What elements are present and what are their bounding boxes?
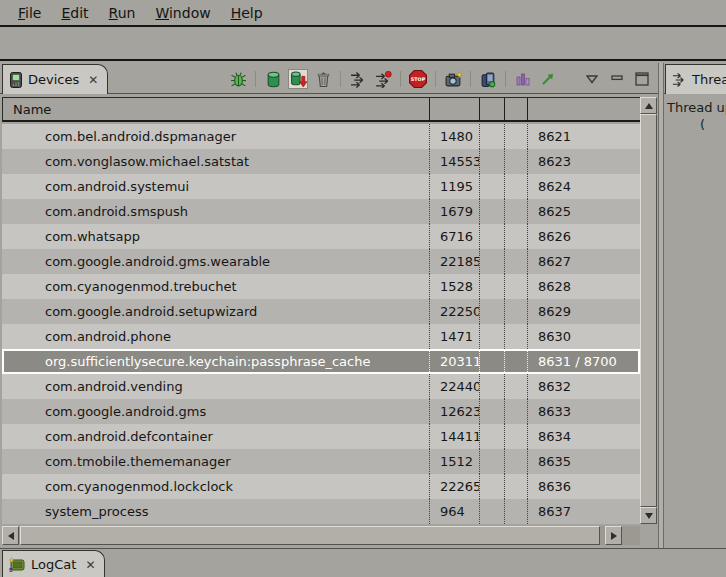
update-heap-icon[interactable] <box>263 69 283 89</box>
stop-process-icon[interactable]: STOP <box>408 69 428 89</box>
process-port: 8629 <box>527 299 640 324</box>
scroll-right-icon[interactable] <box>605 526 622 545</box>
scroll-down-icon[interactable] <box>640 507 657 524</box>
menu-help[interactable]: Help <box>221 3 273 23</box>
column-header-port[interactable] <box>527 98 640 120</box>
forward-arrow-icon[interactable] <box>538 69 558 89</box>
bottom-tabbar: LogCat ✕ <box>0 548 726 577</box>
process-name: com.android.systemui <box>2 174 429 199</box>
screen-capture-camera-icon[interactable] <box>443 69 463 89</box>
process-heap-cell <box>479 149 504 174</box>
table-row[interactable]: com.android.defcontainer 14411 8634 <box>2 424 640 449</box>
vertical-scrollbar-thumb[interactable] <box>640 114 657 507</box>
table-row[interactable]: com.cyanogenmod.lockclock 22265 8636 <box>2 474 640 499</box>
table-row[interactable]: com.android.phone 1471 8630 <box>2 324 640 349</box>
process-port: 8634 <box>527 424 640 449</box>
process-heap-cell <box>479 124 504 149</box>
process-threads-cell <box>504 149 527 174</box>
tab-threads-label: Threads <box>692 72 726 87</box>
table-header: Name <box>2 97 640 122</box>
process-heap-cell <box>479 349 504 374</box>
table-row[interactable]: com.whatsapp 6716 8626 <box>2 224 640 249</box>
update-threads-icon[interactable] <box>348 69 368 89</box>
threads-message-line1: Thread up <box>667 99 726 116</box>
scroll-up-icon[interactable] <box>640 97 657 114</box>
minimize-icon[interactable] <box>607 69 627 89</box>
table-row[interactable]: com.google.android.gms.wearable 22185 86… <box>2 249 640 274</box>
dump-hprof-icon[interactable] <box>288 69 308 89</box>
process-name: com.android.defcontainer <box>2 424 429 449</box>
threads-icon <box>672 72 687 87</box>
close-icon[interactable]: ✕ <box>85 558 95 572</box>
process-threads-cell <box>504 274 527 299</box>
vertical-scrollbar[interactable] <box>640 97 657 524</box>
horizontal-scrollbar[interactable] <box>2 526 640 545</box>
menu-window[interactable]: Window <box>145 3 220 23</box>
menu-file[interactable]: File <box>8 3 51 23</box>
main-toolbar <box>0 29 726 61</box>
process-heap-cell <box>479 199 504 224</box>
process-name: com.android.phone <box>2 324 429 349</box>
column-header-threads[interactable] <box>504 98 527 120</box>
process-port: 8630 <box>527 324 640 349</box>
table-row[interactable]: com.google.android.setupwizard 22250 862… <box>2 299 640 324</box>
table-row[interactable]: com.vonglasow.michael.satstat 14553 8623 <box>2 149 640 174</box>
tab-devices[interactable]: Devices ✕ <box>2 64 108 94</box>
process-threads-cell <box>504 374 527 399</box>
process-port: 8632 <box>527 374 640 399</box>
column-header-pid[interactable] <box>429 98 479 120</box>
process-port: 8633 <box>527 399 640 424</box>
process-threads-cell <box>504 324 527 349</box>
debug-bug-icon[interactable] <box>228 69 248 89</box>
process-pid: 22440 <box>429 374 479 399</box>
horizontal-scrollbar-thumb[interactable] <box>20 526 600 545</box>
process-threads-cell <box>504 199 527 224</box>
maximize-icon[interactable] <box>632 69 652 89</box>
table-row[interactable]: org.sufficientlysecure.keychain:passphra… <box>2 349 640 374</box>
column-header-name[interactable]: Name <box>3 98 429 120</box>
close-icon[interactable]: ✕ <box>88 73 98 87</box>
table-row[interactable]: com.google.android.gms 12623 8633 <box>2 399 640 424</box>
toolbar-separator <box>435 71 436 87</box>
process-pid: 6716 <box>429 224 479 249</box>
view-menu-icon[interactable] <box>582 69 602 89</box>
cause-gc-trash-icon[interactable] <box>313 69 333 89</box>
tab-threads[interactable]: Threads <box>665 64 726 94</box>
process-threads-cell <box>504 349 527 374</box>
method-profiling-icon[interactable] <box>373 69 393 89</box>
tab-devices-label: Devices <box>28 72 79 87</box>
process-pid: 14553 <box>429 149 479 174</box>
column-header-heap[interactable] <box>479 98 504 120</box>
process-name: com.vonglasow.michael.satstat <box>2 149 429 174</box>
table-row[interactable]: system_process 964 8637 <box>2 499 640 524</box>
devices-toolbar: STOP <box>228 66 652 92</box>
process-name: com.android.smspush <box>2 199 429 224</box>
process-heap-cell <box>479 474 504 499</box>
screen-record-icon[interactable] <box>478 69 498 89</box>
process-name: org.sufficientlysecure.keychain:passphra… <box>2 349 429 374</box>
menu-run[interactable]: Run <box>99 3 146 23</box>
table-row[interactable]: com.bel.android.dspmanager 1480 8621 <box>2 124 640 149</box>
process-threads-cell <box>504 124 527 149</box>
process-name: com.whatsapp <box>2 224 429 249</box>
process-heap-cell <box>479 399 504 424</box>
process-name: system_process <box>2 499 429 524</box>
table-row[interactable]: com.android.systemui 1195 8624 <box>2 174 640 199</box>
system-info-bars-icon[interactable] <box>513 69 533 89</box>
menu-edit[interactable]: Edit <box>51 3 98 23</box>
scroll-left-icon[interactable] <box>2 526 19 545</box>
tab-logcat[interactable]: LogCat ✕ <box>2 550 105 577</box>
process-pid: 20311 <box>429 349 479 374</box>
process-port: 8635 <box>527 449 640 474</box>
table-row[interactable]: com.tmobile.thememanager 1512 8635 <box>2 449 640 474</box>
table-row[interactable]: com.android.smspush 1679 8625 <box>2 199 640 224</box>
process-pid: 12623 <box>429 399 479 424</box>
table-row[interactable]: com.android.vending 22440 8632 <box>2 374 640 399</box>
process-name: com.google.android.gms <box>2 399 429 424</box>
process-pid: 1471 <box>429 324 479 349</box>
process-port: 8627 <box>527 249 640 274</box>
process-threads-cell <box>504 424 527 449</box>
process-threads-cell <box>504 174 527 199</box>
logcat-icon <box>9 557 25 573</box>
table-row[interactable]: com.cyanogenmod.trebuchet 1528 8628 <box>2 274 640 299</box>
